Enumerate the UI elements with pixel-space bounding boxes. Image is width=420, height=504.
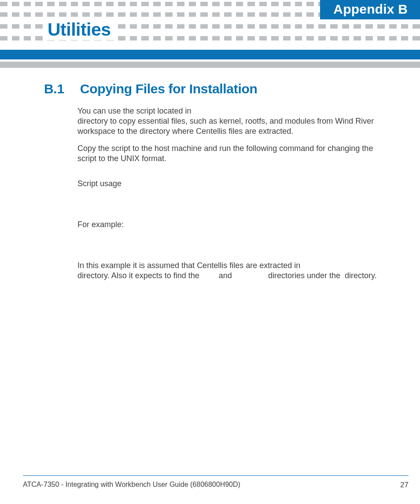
paragraph-2: Copy the script to the host machine and … bbox=[77, 143, 383, 164]
header-rule-blue bbox=[0, 50, 420, 59]
section-heading: B.1 Copying Files for Installation bbox=[44, 81, 383, 96]
appendix-label: Appendix B bbox=[320, 0, 420, 19]
text-run: You can use the script located in bbox=[77, 107, 194, 115]
text-run: and bbox=[219, 271, 234, 280]
document-page: { "header": { "appendix_label": "Appendi… bbox=[0, 0, 420, 504]
section-title: Copying Files for Installation bbox=[80, 81, 258, 96]
paragraph-1: You can use the script located in direct… bbox=[77, 106, 383, 136]
footer-rule bbox=[23, 475, 409, 476]
text-run: directories under the bbox=[268, 271, 343, 280]
text-run: directory. bbox=[345, 271, 377, 280]
section-number: B.1 bbox=[44, 81, 64, 96]
content-area: B.1 Copying Files for Installation You c… bbox=[44, 81, 383, 288]
paragraph-4: For example: bbox=[77, 220, 383, 230]
text-run: directory to copy essential files, such … bbox=[77, 117, 374, 136]
footer-doc-title: ATCA-7350 - Integrating with Workbench U… bbox=[23, 481, 240, 489]
paragraph-5: In this example it is assumed that Cente… bbox=[77, 261, 383, 281]
page-number: 27 bbox=[400, 481, 409, 489]
page-footer: ATCA-7350 - Integrating with Workbench U… bbox=[23, 481, 409, 489]
paragraph-3: Script usage bbox=[77, 179, 383, 189]
body-text: You can use the script located in direct… bbox=[44, 106, 383, 281]
text-run: directory. Also it expects to find the bbox=[77, 271, 202, 280]
header-rule-grey bbox=[0, 62, 420, 68]
text-run: In this example it is assumed that Cente… bbox=[77, 261, 302, 270]
chapter-title: Utilities bbox=[44, 19, 114, 40]
